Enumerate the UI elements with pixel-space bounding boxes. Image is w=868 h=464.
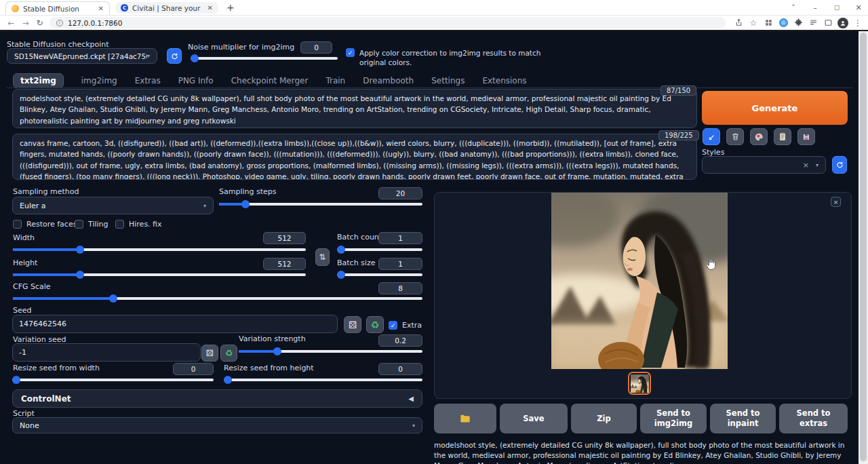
scrollbar-thumb[interactable] <box>860 33 867 461</box>
cfg-scale-value[interactable]: 8 <box>378 282 422 294</box>
extensions-puzzle-icon[interactable] <box>791 16 806 31</box>
tab-train[interactable]: Train <box>326 76 345 85</box>
save-button[interactable]: Save <box>500 404 568 433</box>
variation-strength-value[interactable]: 0.2 <box>378 334 422 347</box>
cfg-scale-label: CFG Scale <box>13 282 51 291</box>
color-correction-checkbox[interactable]: ✓ Apply color correction to img2img resu… <box>346 48 542 67</box>
noise-multiplier-value[interactable]: 0 <box>300 41 332 54</box>
prompt-token-counter: 87/150 <box>660 85 696 96</box>
generated-image[interactable] <box>551 193 728 369</box>
batch-count-slider[interactable] <box>337 248 422 251</box>
batch-size-value[interactable]: 1 <box>378 258 422 270</box>
checkpoint-dropdown[interactable]: SD15NewVAEpruned.ckpt [27a4ac756c] ▾ <box>7 48 157 64</box>
noise-multiplier-slider[interactable] <box>191 57 338 60</box>
reading-list-icon[interactable] <box>806 16 821 31</box>
new-tab-button[interactable]: + <box>226 2 235 13</box>
folder-icon <box>460 414 471 423</box>
resize-seed-height-value[interactable]: 0 <box>378 363 422 375</box>
resize-seed-width-slider[interactable] <box>12 379 214 381</box>
batch-count-value[interactable]: 1 <box>378 232 422 244</box>
sampling-method-value: Euler a <box>20 201 46 210</box>
browser-tab-stable-diffusion[interactable]: Stable Diffusion ✕ <box>5 1 110 15</box>
height-value[interactable]: 512 <box>263 258 306 270</box>
side-panel-icon[interactable] <box>821 16 835 31</box>
reuse-variation-seed-button[interactable]: ♻ <box>220 345 237 362</box>
browser-menu-icon[interactable]: ⋮ <box>850 16 865 31</box>
site-info-icon[interactable]: i <box>56 20 63 26</box>
script-dropdown[interactable]: None ▾ <box>12 417 422 433</box>
cfg-scale-slider[interactable] <box>13 297 422 300</box>
seed-input[interactable]: 1476462546 <box>12 315 338 333</box>
tab-extras[interactable]: Extras <box>135 76 161 85</box>
tab-png-info[interactable]: PNG Info <box>178 76 214 85</box>
browser-tab-civitai[interactable]: C Civitai | Share your models ✕ <box>115 2 218 14</box>
prompt-textarea[interactable]: modelshoot style, (extremely detailed CG… <box>12 89 697 128</box>
hires-fix-checkbox[interactable]: ✓ Hires. fix <box>115 220 162 229</box>
tab-settings[interactable]: Settings <box>431 76 465 85</box>
variation-strength-slider[interactable] <box>239 350 422 353</box>
width-value[interactable]: 512 <box>263 232 306 244</box>
tab-checkpoint-merger[interactable]: Checkpoint Merger <box>231 76 309 85</box>
negative-prompt-textarea[interactable]: canvas frame, cartoon, 3d, ((disfigured)… <box>12 134 697 180</box>
random-variation-seed-button[interactable]: ⚄ <box>201 345 218 362</box>
resize-seed-width-value[interactable]: 0 <box>173 363 214 375</box>
app-window: Stable Diffusion ✕ C Civitai | Share you… <box>0 0 868 464</box>
close-gallery-button[interactable]: × <box>831 197 841 207</box>
checkbox-check-icon: ✓ <box>346 48 355 57</box>
reload-icon[interactable]: ↻ <box>33 18 47 28</box>
tiling-checkbox[interactable]: ✓ Tiling <box>75 220 108 229</box>
tab-dreambooth[interactable]: Dreambooth <box>363 76 414 85</box>
reuse-seed-button[interactable]: ♻ <box>366 316 384 333</box>
height-slider[interactable] <box>13 273 306 276</box>
bookmark-star-icon[interactable]: ☆ <box>746 16 761 31</box>
send-to-extras-button[interactable]: Send to extras <box>779 404 848 433</box>
controlnet-accordion[interactable]: ControlNet ◀ <box>12 389 422 408</box>
paste-prompt-button[interactable]: ↙ <box>703 128 720 145</box>
styles-dropdown[interactable]: × ▾ <box>702 156 826 174</box>
page-scrollbar[interactable] <box>859 31 868 464</box>
variation-seed-input[interactable]: -1 <box>12 343 201 362</box>
gallery-thumbnail[interactable] <box>628 372 651 395</box>
sampling-steps-value[interactable]: 20 <box>378 187 422 199</box>
tab-extensions[interactable]: Extensions <box>482 76 526 85</box>
save-label: Save <box>523 414 544 424</box>
save-style-button[interactable] <box>797 128 815 145</box>
profile-avatar[interactable] <box>835 16 850 31</box>
random-seed-button[interactable]: ⚄ <box>344 316 361 333</box>
url-text: 127.0.0.1:7860 <box>68 19 122 27</box>
tab-close-icon[interactable]: ✕ <box>208 4 213 12</box>
extra-networks-button[interactable] <box>750 128 768 145</box>
tab-txt2img[interactable]: txt2img <box>13 73 64 88</box>
extra-seed-checkbox[interactable]: ✓ Extra <box>389 321 422 330</box>
swap-width-height-button[interactable]: ⇅ <box>315 248 330 266</box>
resize-seed-height-slider[interactable] <box>224 379 422 381</box>
share-icon[interactable] <box>731 16 746 31</box>
extension-grid-icon[interactable] <box>761 16 776 31</box>
extension-blue-icon[interactable] <box>776 16 791 31</box>
forward-icon[interactable]: → <box>18 18 33 28</box>
clear-prompt-button[interactable] <box>726 128 744 145</box>
minimize-button[interactable]: – <box>806 0 825 15</box>
variation-strength-label: Variation strength <box>239 334 306 343</box>
sampling-steps-slider[interactable] <box>219 203 422 206</box>
open-folder-button[interactable] <box>434 404 496 433</box>
sampling-method-dropdown[interactable]: Euler a ▾ <box>12 197 214 214</box>
apply-style-button[interactable] <box>774 128 791 145</box>
tab-img2img[interactable]: img2img <box>81 76 117 85</box>
refresh-styles-button[interactable] <box>832 156 847 174</box>
address-bar[interactable]: i 127.0.0.1:7860 <box>50 17 726 28</box>
back-icon[interactable]: ← <box>4 18 18 28</box>
clear-styles-icon[interactable]: × <box>803 161 809 170</box>
close-window-button[interactable]: ✕ <box>849 0 868 15</box>
zip-button[interactable]: Zip <box>571 404 637 433</box>
chevron-down-icon[interactable]: ˅ <box>784 0 803 15</box>
generate-button[interactable]: Generate <box>702 91 848 125</box>
batch-size-slider[interactable] <box>337 273 422 276</box>
width-slider[interactable] <box>13 248 306 251</box>
refresh-checkpoint-button[interactable] <box>167 48 182 64</box>
send-to-img2img-button[interactable]: Send to img2img <box>640 404 707 433</box>
send-to-inpaint-button[interactable]: Send to inpaint <box>710 404 776 433</box>
restore-faces-checkbox[interactable]: ✓ Restore faces <box>13 220 77 229</box>
restore-button[interactable]: ▢ <box>827 0 846 15</box>
tab-close-icon[interactable]: ✕ <box>98 5 104 12</box>
